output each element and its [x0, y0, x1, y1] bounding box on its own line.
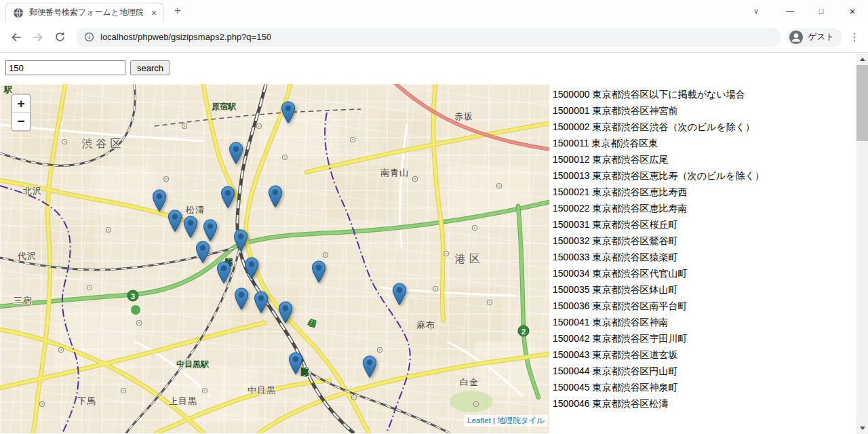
result-row: 1500033 東京都渋谷区猿楽町	[553, 249, 868, 265]
window-close-button[interactable]: ×	[837, 0, 868, 22]
results-list: 1500000 東京都渋谷区以下に掲載がない場合1500001 東京都渋谷区神宮…	[549, 84, 868, 433]
gsi-tile-canvas	[0, 84, 549, 433]
url-text: localhost/phpweb/gsizipsmaps2.php?q=150	[100, 32, 271, 42]
leaflet-map[interactable]: 駅原宿駅赤坂渋谷区南青山北沢松濤渋谷駅代沢港区三宿山手線麻布中目黒駅恵比寿駅中目…	[0, 84, 549, 433]
result-row: 1500035 東京都渋谷区鉢山町	[553, 281, 868, 298]
tab-strip: 郵便番号検索フォームと地理院タイル × + ∨ — □ ×	[0, 0, 868, 22]
zoom-out-button[interactable]: −	[12, 113, 30, 130]
map-attribution: Leaflet | 地理院タイル	[464, 415, 548, 427]
zoom-in-button[interactable]: +	[12, 95, 30, 113]
result-row: 1500002 東京都渋谷区渋谷（次のビルを除く）	[553, 119, 868, 135]
result-row: 1500045 東京都渋谷区神泉町	[553, 379, 868, 395]
leaflet-link[interactable]: Leaflet	[467, 416, 491, 425]
result-row: 1500021 東京都渋谷区恵比寿西	[553, 184, 868, 200]
result-row: 1500000 東京都渋谷区以下に掲載がない場合	[553, 86, 868, 102]
window-maximize-button[interactable]: □	[806, 0, 837, 22]
result-row: 1500044 東京都渋谷区円山町	[553, 363, 868, 379]
scrollbar-thumb[interactable]	[856, 65, 868, 141]
scrollbar-up-icon[interactable]	[856, 54, 868, 65]
browser-window: 郵便番号検索フォームと地理院タイル × + ∨ — □ ×	[0, 0, 868, 434]
browser-toolbar: localhost/phpweb/gsizipsmaps2.php?q=150 …	[0, 22, 868, 53]
tab-title: 郵便番号検索フォームと地理院タイル	[29, 7, 143, 18]
tab-search-chevron-icon[interactable]: ∨	[747, 7, 765, 16]
page-content: search	[0, 60, 868, 433]
tab-close-icon[interactable]: ×	[149, 7, 159, 18]
profile-button[interactable]: ゲスト	[787, 28, 842, 47]
forward-button[interactable]	[27, 26, 49, 48]
result-row: 1500011 東京都渋谷区東	[553, 135, 868, 151]
gsi-tiles-link[interactable]: 地理院タイル	[497, 416, 545, 425]
favicon-globe-icon	[13, 7, 24, 18]
avatar-icon	[789, 30, 804, 45]
browser-tab[interactable]: 郵便番号検索フォームと地理院タイル ×	[5, 3, 164, 22]
search-form: search	[5, 60, 868, 75]
page-scrollbar[interactable]	[856, 54, 868, 434]
result-row: 1500036 東京都渋谷区南平台町	[553, 298, 868, 314]
result-row: 1500001 東京都渋谷区神宮前	[553, 102, 868, 119]
page-info-icon[interactable]	[84, 32, 94, 42]
scrollbar-down-icon[interactable]	[856, 422, 868, 434]
result-row: 1500046 東京都渋谷区松濤	[553, 395, 868, 412]
address-bar[interactable]: localhost/phpweb/gsizipsmaps2.php?q=150	[76, 28, 781, 47]
new-tab-button[interactable]: +	[168, 1, 187, 20]
search-button[interactable]: search	[130, 60, 170, 75]
result-row: 1500013 東京都渋谷区恵比寿（次のビルを除く）	[553, 167, 868, 184]
zip-query-input[interactable]	[5, 60, 125, 75]
result-row: 1500043 東京都渋谷区道玄坂	[553, 347, 868, 363]
result-row: 1500012 東京都渋谷区広尾	[553, 151, 868, 167]
result-row: 1500041 東京都渋谷区神南	[553, 314, 868, 330]
result-row: 1500034 東京都渋谷区代官山町	[553, 265, 868, 281]
back-button[interactable]	[5, 26, 27, 48]
result-row: 1500032 東京都渋谷区鶯谷町	[553, 233, 868, 249]
zoom-control: + −	[11, 94, 31, 132]
profile-label: ゲスト	[808, 31, 834, 43]
result-row: 1500042 東京都渋谷区宇田川町	[553, 330, 868, 347]
reload-button[interactable]	[49, 26, 71, 48]
result-row: 1500031 東京都渋谷区桜丘町	[553, 216, 868, 233]
window-minimize-button[interactable]: —	[774, 0, 806, 22]
result-row: 1500022 東京都渋谷区恵比寿南	[553, 200, 868, 216]
browser-menu-icon[interactable]: ⋮	[846, 31, 863, 43]
attribution-separator: |	[491, 416, 497, 425]
